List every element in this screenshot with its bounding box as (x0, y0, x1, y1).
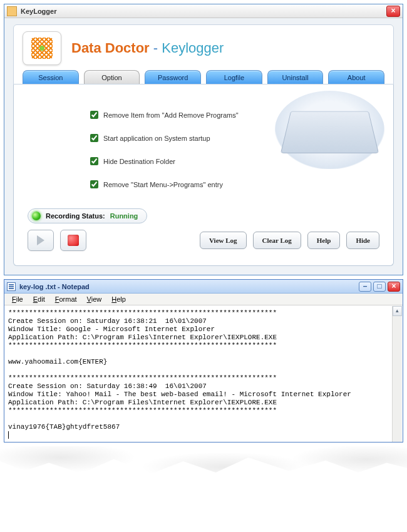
close-icon: × (391, 6, 395, 15)
notepad-window: key-log .txt - Notepad – □ × FileEditFor… (4, 279, 403, 442)
notepad-icon (7, 282, 16, 291)
menubar: FileEditFormatViewHelp (4, 294, 403, 305)
app-icon (7, 6, 17, 16)
logo-box (23, 31, 61, 65)
menu-format[interactable]: Format (51, 295, 81, 304)
clear-log-button[interactable]: Clear Log (253, 232, 301, 249)
close-icon: × (391, 282, 396, 290)
status-label: Recording Status: (46, 212, 105, 220)
notepad-close-button[interactable]: × (388, 282, 400, 292)
minimize-button[interactable]: – (359, 282, 371, 292)
status-pill: Recording Status: Running (28, 208, 147, 223)
tab-logfile[interactable]: Logfile (206, 70, 262, 84)
option-label: Start application on System startup (103, 135, 210, 142)
torn-paper-edge (0, 446, 407, 484)
option-checkbox[interactable] (90, 111, 98, 119)
menu-file[interactable]: File (8, 295, 27, 304)
maximize-button[interactable]: □ (373, 282, 386, 292)
maximize-icon: □ (377, 282, 381, 290)
status-led-icon (32, 212, 41, 220)
brand-sub: Keylogger (162, 40, 224, 56)
menu-help[interactable]: Help (108, 295, 130, 304)
close-button[interactable]: × (386, 6, 400, 17)
option-pane: Remove Item from "Add Remove Programs"St… (13, 84, 394, 266)
option-checkbox[interactable] (90, 180, 98, 188)
option-row: Hide Destination Folder (90, 157, 291, 165)
option-row: Remove Item from "Add Remove Programs" (90, 111, 291, 119)
hide-button[interactable]: Hide (346, 232, 379, 249)
stop-icon (68, 235, 79, 246)
window-body: Data Doctor - Keylogger SessionOptionPas… (4, 18, 403, 275)
tab-about[interactable]: About (328, 70, 384, 84)
notepad-titlebar[interactable]: key-log .txt - Notepad – □ × (4, 280, 403, 294)
brand-primary: Data Doctor (71, 40, 150, 56)
brand-panel: Data Doctor - Keylogger SessionOptionPas… (13, 24, 394, 84)
stop-button[interactable] (60, 230, 86, 251)
option-checkbox[interactable] (90, 157, 98, 165)
tab-option[interactable]: Option (84, 70, 140, 84)
tab-uninstall[interactable]: Uninstall (267, 70, 324, 84)
notepad-body[interactable]: ****************************************… (4, 305, 403, 442)
tab-session[interactable]: Session (23, 70, 79, 84)
logo-icon (31, 38, 53, 59)
footer-row: View Log Clear Log Help Hide (28, 230, 379, 251)
brand-title: Data Doctor - Keylogger (71, 40, 224, 56)
brand-dash: - (150, 40, 162, 56)
brand-row: Data Doctor - Keylogger (23, 31, 384, 71)
minimize-icon: – (363, 282, 368, 290)
option-label: Remove Item from "Add Remove Programs" (103, 111, 239, 119)
play-button[interactable] (28, 230, 54, 251)
status-value: Running (110, 212, 138, 220)
option-row: Remove "Start Menu->Programs" entry (90, 180, 291, 188)
menu-edit[interactable]: Edit (29, 295, 49, 304)
keylogger-titlebar[interactable]: KeyLogger × (4, 4, 403, 18)
menu-view[interactable]: View (83, 295, 106, 304)
window-controls: – □ × (359, 282, 400, 292)
view-log-button[interactable]: View Log (200, 232, 247, 249)
tab-password[interactable]: Password (145, 70, 201, 84)
window-title: KeyLogger (21, 8, 56, 15)
option-label: Hide Destination Folder (103, 158, 175, 165)
notepad-title: key-log .txt - Notepad (19, 283, 90, 290)
keylogger-window: KeyLogger × Data Doctor - Keylogger Sess… (4, 4, 403, 275)
keyboard-illustration (275, 91, 384, 169)
option-row: Start application on System startup (90, 134, 291, 142)
tabs-row: SessionOptionPasswordLogfileUninstallAbo… (23, 70, 384, 84)
option-label: Remove "Start Menu->Programs" entry (103, 181, 223, 188)
text-cursor (8, 431, 9, 439)
option-checkbox[interactable] (90, 134, 98, 142)
play-icon (37, 235, 44, 245)
help-button[interactable]: Help (307, 232, 341, 249)
